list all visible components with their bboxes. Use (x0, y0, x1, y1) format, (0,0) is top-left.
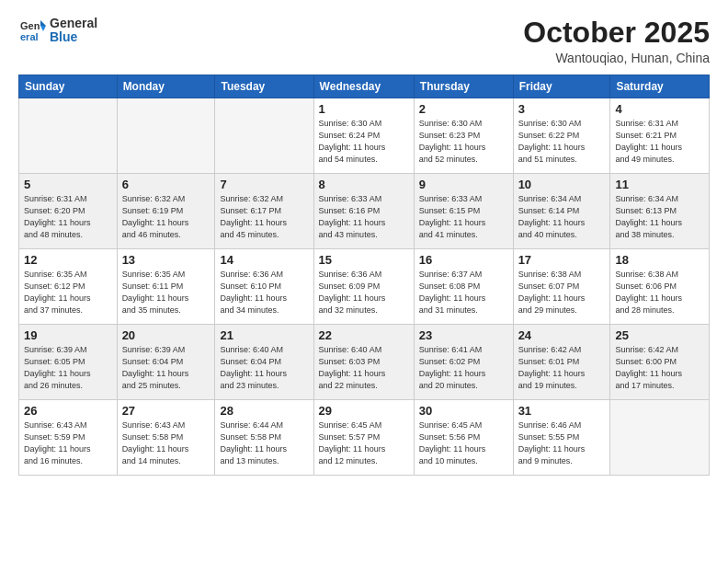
day-number: 8 (319, 178, 409, 191)
calendar-cell: 30Sunrise: 6:45 AM Sunset: 5:56 PM Dayli… (414, 400, 513, 476)
day-number: 30 (419, 404, 508, 418)
cell-info: Sunrise: 6:35 AM Sunset: 6:11 PM Dayligh… (122, 269, 210, 316)
cell-info: Sunrise: 6:41 AM Sunset: 6:02 PM Dayligh… (419, 344, 508, 392)
cell-info: Sunrise: 6:39 AM Sunset: 6:04 PM Dayligh… (122, 344, 210, 392)
svg-text:Gen: Gen (20, 20, 40, 31)
calendar-cell: 23Sunrise: 6:41 AM Sunset: 6:02 PM Dayli… (414, 325, 513, 400)
month-title: October 2025 (523, 17, 710, 49)
cell-info: Sunrise: 6:37 AM Sunset: 6:08 PM Dayligh… (419, 269, 508, 316)
calendar-cell: 25Sunrise: 6:42 AM Sunset: 6:00 PM Dayli… (610, 325, 710, 400)
week-row-5: 26Sunrise: 6:43 AM Sunset: 5:59 PM Dayli… (19, 400, 710, 476)
cell-info: Sunrise: 6:39 AM Sunset: 6:05 PM Dayligh… (24, 344, 112, 392)
calendar-cell: 12Sunrise: 6:35 AM Sunset: 6:12 PM Dayli… (19, 249, 118, 325)
day-number: 20 (122, 328, 210, 342)
cell-info: Sunrise: 6:36 AM Sunset: 6:10 PM Dayligh… (220, 269, 308, 316)
weekday-header-friday: Friday (513, 75, 610, 98)
cell-info: Sunrise: 6:44 AM Sunset: 5:58 PM Dayligh… (220, 419, 308, 467)
cell-info: Sunrise: 6:31 AM Sunset: 6:21 PM Dayligh… (615, 118, 704, 166)
day-number: 1 (319, 102, 409, 116)
cell-info: Sunrise: 6:32 AM Sunset: 6:19 PM Dayligh… (122, 193, 210, 241)
calendar-page: Gen eral General Blue October 2025 Wanto… (0, 0, 728, 563)
calendar-cell: 24Sunrise: 6:42 AM Sunset: 6:01 PM Dayli… (513, 325, 610, 400)
header: Gen eral General Blue October 2025 Wanto… (18, 17, 710, 65)
day-number: 25 (615, 328, 704, 342)
weekday-header-row: SundayMondayTuesdayWednesdayThursdayFrid… (19, 75, 710, 98)
day-number: 2 (419, 102, 508, 116)
weekday-header-sunday: Sunday (19, 75, 118, 98)
calendar-table: SundayMondayTuesdayWednesdayThursdayFrid… (18, 75, 710, 476)
cell-info: Sunrise: 6:31 AM Sunset: 6:20 PM Dayligh… (24, 193, 112, 241)
calendar-cell: 19Sunrise: 6:39 AM Sunset: 6:05 PM Dayli… (19, 325, 118, 400)
svg-marker-3 (40, 26, 46, 31)
calendar-cell: 3Sunrise: 6:30 AM Sunset: 6:22 PM Daylig… (513, 98, 610, 174)
calendar-cell: 29Sunrise: 6:45 AM Sunset: 5:57 PM Dayli… (313, 400, 414, 476)
day-number: 12 (24, 253, 112, 267)
day-number: 14 (220, 253, 308, 267)
day-number: 17 (518, 253, 606, 267)
day-number: 7 (220, 178, 308, 191)
calendar-cell: 10Sunrise: 6:34 AM Sunset: 6:14 PM Dayli… (513, 174, 610, 249)
calendar-cell: 26Sunrise: 6:43 AM Sunset: 5:59 PM Dayli… (19, 400, 118, 476)
cell-info: Sunrise: 6:45 AM Sunset: 5:56 PM Dayligh… (419, 419, 508, 467)
day-number: 19 (24, 328, 112, 342)
day-number: 10 (518, 178, 606, 191)
cell-info: Sunrise: 6:40 AM Sunset: 6:04 PM Dayligh… (220, 344, 308, 392)
cell-info: Sunrise: 6:38 AM Sunset: 6:06 PM Dayligh… (615, 269, 704, 316)
day-number: 22 (319, 328, 409, 342)
cell-info: Sunrise: 6:42 AM Sunset: 6:00 PM Dayligh… (615, 344, 704, 392)
calendar-cell: 6Sunrise: 6:32 AM Sunset: 6:19 PM Daylig… (117, 174, 215, 249)
location: Wantouqiao, Hunan, China (523, 51, 710, 65)
week-row-3: 12Sunrise: 6:35 AM Sunset: 6:12 PM Dayli… (19, 249, 710, 325)
cell-info: Sunrise: 6:34 AM Sunset: 6:14 PM Dayligh… (518, 193, 606, 241)
week-row-4: 19Sunrise: 6:39 AM Sunset: 6:05 PM Dayli… (19, 325, 710, 400)
weekday-header-thursday: Thursday (414, 75, 513, 98)
calendar-cell: 31Sunrise: 6:46 AM Sunset: 5:55 PM Dayli… (513, 400, 610, 476)
cell-info: Sunrise: 6:43 AM Sunset: 5:59 PM Dayligh… (24, 419, 112, 467)
svg-marker-2 (40, 20, 46, 26)
day-number: 3 (518, 102, 606, 116)
calendar-cell: 11Sunrise: 6:34 AM Sunset: 6:13 PM Dayli… (610, 174, 710, 249)
calendar-cell: 13Sunrise: 6:35 AM Sunset: 6:11 PM Dayli… (117, 249, 215, 325)
calendar-cell: 20Sunrise: 6:39 AM Sunset: 6:04 PM Dayli… (117, 325, 215, 400)
day-number: 13 (122, 253, 210, 267)
cell-info: Sunrise: 6:30 AM Sunset: 6:22 PM Dayligh… (518, 118, 606, 166)
calendar-cell: 28Sunrise: 6:44 AM Sunset: 5:58 PM Dayli… (215, 400, 313, 476)
week-row-2: 5Sunrise: 6:31 AM Sunset: 6:20 PM Daylig… (19, 174, 710, 249)
calendar-cell (19, 98, 118, 174)
weekday-header-wednesday: Wednesday (313, 75, 414, 98)
logo-blue: Blue (50, 30, 97, 44)
calendar-cell: 22Sunrise: 6:40 AM Sunset: 6:03 PM Dayli… (313, 325, 414, 400)
calendar-cell (610, 400, 710, 476)
day-number: 21 (220, 328, 308, 342)
svg-text:eral: eral (20, 31, 39, 42)
calendar-cell: 9Sunrise: 6:33 AM Sunset: 6:15 PM Daylig… (414, 174, 513, 249)
weekday-header-saturday: Saturday (610, 75, 710, 98)
logo-text: General Blue (50, 17, 97, 45)
cell-info: Sunrise: 6:40 AM Sunset: 6:03 PM Dayligh… (319, 344, 409, 392)
day-number: 23 (419, 328, 508, 342)
day-number: 15 (319, 253, 409, 267)
calendar-cell: 8Sunrise: 6:33 AM Sunset: 6:16 PM Daylig… (313, 174, 414, 249)
day-number: 18 (615, 253, 704, 267)
day-number: 31 (518, 404, 606, 418)
day-number: 28 (220, 404, 308, 418)
day-number: 4 (615, 102, 704, 116)
calendar-cell: 16Sunrise: 6:37 AM Sunset: 6:08 PM Dayli… (414, 249, 513, 325)
logo: Gen eral General Blue (18, 17, 97, 45)
cell-info: Sunrise: 6:30 AM Sunset: 6:24 PM Dayligh… (319, 118, 409, 166)
calendar-cell: 18Sunrise: 6:38 AM Sunset: 6:06 PM Dayli… (610, 249, 710, 325)
day-number: 9 (419, 178, 508, 191)
cell-info: Sunrise: 6:36 AM Sunset: 6:09 PM Dayligh… (319, 269, 409, 316)
cell-info: Sunrise: 6:34 AM Sunset: 6:13 PM Dayligh… (615, 193, 704, 241)
day-number: 5 (24, 178, 112, 191)
logo-general: General (50, 17, 97, 30)
day-number: 24 (518, 328, 606, 342)
calendar-cell: 2Sunrise: 6:30 AM Sunset: 6:23 PM Daylig… (414, 98, 513, 174)
calendar-cell: 14Sunrise: 6:36 AM Sunset: 6:10 PM Dayli… (215, 249, 313, 325)
cell-info: Sunrise: 6:32 AM Sunset: 6:17 PM Dayligh… (220, 193, 308, 241)
calendar-cell: 4Sunrise: 6:31 AM Sunset: 6:21 PM Daylig… (610, 98, 710, 174)
title-block: October 2025 Wantouqiao, Hunan, China (523, 17, 710, 65)
calendar-cell: 5Sunrise: 6:31 AM Sunset: 6:20 PM Daylig… (19, 174, 118, 249)
cell-info: Sunrise: 6:46 AM Sunset: 5:55 PM Dayligh… (518, 419, 606, 467)
cell-info: Sunrise: 6:35 AM Sunset: 6:12 PM Dayligh… (24, 269, 112, 316)
